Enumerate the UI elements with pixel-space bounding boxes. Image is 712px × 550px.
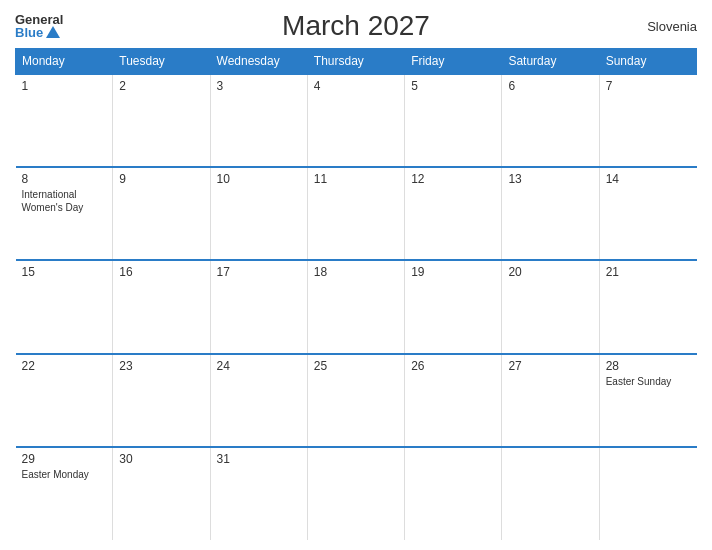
logo-triangle-icon	[46, 26, 60, 38]
calendar-cell: 25	[307, 354, 404, 447]
week-row-2: 8International Women's Day91011121314	[16, 167, 697, 260]
logo-blue-text: Blue	[15, 26, 60, 39]
week-row-3: 15161718192021	[16, 260, 697, 353]
day-number: 18	[314, 265, 398, 279]
weekday-header-row: Monday Tuesday Wednesday Thursday Friday…	[16, 49, 697, 75]
day-number: 14	[606, 172, 691, 186]
calendar-cell: 8International Women's Day	[16, 167, 113, 260]
day-number: 10	[217, 172, 301, 186]
day-number: 16	[119, 265, 203, 279]
calendar-cell: 29Easter Monday	[16, 447, 113, 540]
day-number: 9	[119, 172, 203, 186]
day-number: 6	[508, 79, 592, 93]
day-number: 22	[22, 359, 107, 373]
day-number: 2	[119, 79, 203, 93]
calendar-table: Monday Tuesday Wednesday Thursday Friday…	[15, 48, 697, 540]
week-row-5: 29Easter Monday3031	[16, 447, 697, 540]
day-number: 17	[217, 265, 301, 279]
day-number: 31	[217, 452, 301, 466]
calendar-cell: 9	[113, 167, 210, 260]
col-sunday: Sunday	[599, 49, 696, 75]
calendar-cell: 3	[210, 74, 307, 167]
day-number: 5	[411, 79, 495, 93]
day-number: 15	[22, 265, 107, 279]
calendar-cell: 2	[113, 74, 210, 167]
logo: General Blue	[15, 13, 63, 39]
calendar-cell: 5	[405, 74, 502, 167]
day-number: 3	[217, 79, 301, 93]
calendar-cell: 4	[307, 74, 404, 167]
day-number: 19	[411, 265, 495, 279]
day-number: 25	[314, 359, 398, 373]
calendar-cell: 23	[113, 354, 210, 447]
calendar-cell: 10	[210, 167, 307, 260]
calendar-cell	[502, 447, 599, 540]
col-friday: Friday	[405, 49, 502, 75]
day-number: 1	[22, 79, 107, 93]
calendar-cell: 7	[599, 74, 696, 167]
col-monday: Monday	[16, 49, 113, 75]
col-wednesday: Wednesday	[210, 49, 307, 75]
col-saturday: Saturday	[502, 49, 599, 75]
calendar-cell: 21	[599, 260, 696, 353]
calendar-cell: 31	[210, 447, 307, 540]
day-number: 7	[606, 79, 691, 93]
calendar-cell: 15	[16, 260, 113, 353]
calendar-cell: 26	[405, 354, 502, 447]
calendar-cell	[405, 447, 502, 540]
calendar-cell: 16	[113, 260, 210, 353]
week-row-4: 22232425262728Easter Sunday	[16, 354, 697, 447]
calendar-header: General Blue March 2027 Slovenia	[15, 10, 697, 42]
day-number: 23	[119, 359, 203, 373]
calendar-cell: 12	[405, 167, 502, 260]
day-number: 29	[22, 452, 107, 466]
calendar-cell: 18	[307, 260, 404, 353]
col-tuesday: Tuesday	[113, 49, 210, 75]
day-number: 13	[508, 172, 592, 186]
day-number: 24	[217, 359, 301, 373]
day-number: 4	[314, 79, 398, 93]
col-thursday: Thursday	[307, 49, 404, 75]
calendar-cell: 30	[113, 447, 210, 540]
calendar-cell: 6	[502, 74, 599, 167]
calendar-cell: 1	[16, 74, 113, 167]
calendar-cell: 11	[307, 167, 404, 260]
day-number: 11	[314, 172, 398, 186]
calendar-cell: 24	[210, 354, 307, 447]
day-number: 8	[22, 172, 107, 186]
calendar-cell: 14	[599, 167, 696, 260]
calendar-cell: 20	[502, 260, 599, 353]
day-number: 12	[411, 172, 495, 186]
holiday-name: Easter Monday	[22, 468, 107, 481]
calendar-cell: 28Easter Sunday	[599, 354, 696, 447]
calendar-cell: 17	[210, 260, 307, 353]
calendar-cell	[599, 447, 696, 540]
day-number: 20	[508, 265, 592, 279]
day-number: 30	[119, 452, 203, 466]
holiday-name: International Women's Day	[22, 188, 107, 214]
day-number: 27	[508, 359, 592, 373]
day-number: 26	[411, 359, 495, 373]
day-number: 21	[606, 265, 691, 279]
calendar-cell: 22	[16, 354, 113, 447]
day-number: 28	[606, 359, 691, 373]
calendar-cell: 13	[502, 167, 599, 260]
holiday-name: Easter Sunday	[606, 375, 691, 388]
calendar-cell	[307, 447, 404, 540]
week-row-1: 1234567	[16, 74, 697, 167]
country-label: Slovenia	[647, 19, 697, 34]
calendar-cell: 19	[405, 260, 502, 353]
calendar-cell: 27	[502, 354, 599, 447]
page-title: March 2027	[282, 10, 430, 42]
